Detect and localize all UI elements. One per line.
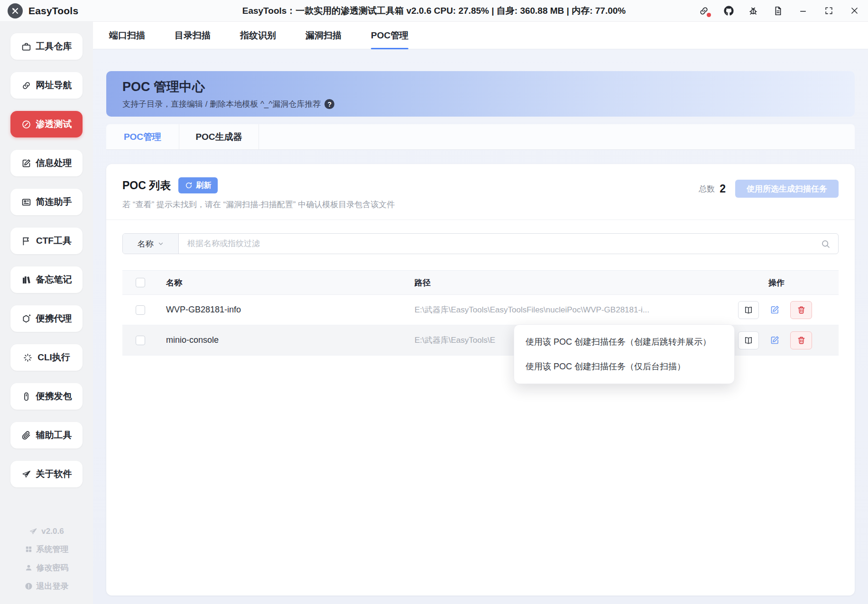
column-path: 路径: [407, 277, 738, 288]
maximize-button[interactable]: [818, 1, 840, 20]
tab-vuln-scan[interactable]: 漏洞扫描: [305, 22, 342, 49]
refresh-label: 刷新: [196, 181, 211, 191]
view-button[interactable]: [738, 331, 759, 349]
footer-link-label: 系统管理: [37, 544, 69, 555]
sidebar-item-proxy[interactable]: 便携代理: [10, 305, 83, 332]
subtab-poc-manage[interactable]: POC管理: [106, 124, 179, 149]
menu-item-background-scan[interactable]: 使用该 POC 创建扫描任务（仅后台扫描）: [514, 354, 734, 379]
flag-icon: [21, 236, 31, 246]
version-text: v2.0.6: [41, 527, 64, 536]
tab-dir-scan[interactable]: 目录扫描: [175, 22, 211, 49]
hexagon-icon: [21, 314, 31, 324]
github-icon[interactable]: [718, 1, 739, 20]
refresh-button[interactable]: 刷新: [178, 177, 218, 193]
sidebar-footer-password[interactable]: 修改密码: [25, 562, 69, 573]
sub-tab-bar: POC管理 POC生成器: [106, 124, 855, 150]
sidebar-footer: v2.0.6 系统管理 修改密码 退出登录: [0, 527, 93, 592]
sidebar-item-cli[interactable]: CLI执行: [10, 344, 83, 371]
menu-item-create-and-show[interactable]: 使用该 POC 创建扫描任务（创建后跳转并展示）: [514, 329, 734, 354]
minimize-button[interactable]: [792, 1, 814, 20]
plane-icon: [29, 527, 37, 536]
sidebar-item-toolbox[interactable]: 工具仓库: [10, 33, 83, 60]
row-actions: [738, 331, 839, 349]
app-name: EasyTools: [28, 5, 78, 17]
row-actions: [738, 301, 839, 319]
subtab-poc-generator[interactable]: POC生成器: [179, 124, 259, 149]
row-checkbox[interactable]: [136, 336, 145, 345]
table-header: 名称 路径 操作: [122, 270, 839, 295]
notes-icon: [21, 275, 31, 285]
sidebar-item-info-process[interactable]: 信息处理: [10, 150, 83, 176]
sidebar-item-connect[interactable]: 简连助手: [10, 189, 83, 215]
sidebar-item-notes[interactable]: 备忘笔记: [10, 266, 83, 293]
sidebar-footer-logout[interactable]: 退出登录: [25, 581, 69, 592]
sidebar-item-label: 备忘笔记: [36, 274, 72, 286]
sidebar-item-aux[interactable]: 辅助工具: [10, 422, 83, 448]
column-actions: 操作: [738, 277, 839, 288]
document-icon[interactable]: [767, 1, 788, 20]
tab-poc-manage[interactable]: POC管理: [371, 22, 408, 49]
card-icon: [21, 197, 31, 207]
generate-scan-task-button[interactable]: 使用所选生成扫描任务: [735, 180, 839, 198]
poc-list-card: POC 列表 刷新 若 “查看” 提示未找到，请在 “漏洞扫描-扫描配置” 中确…: [106, 164, 855, 595]
sidebar-item-about[interactable]: 关于软件: [10, 461, 83, 487]
select-all-checkbox[interactable]: [136, 278, 145, 287]
version-label: v2.0.6: [29, 527, 64, 536]
card-header-right: 总数 2 使用所选生成扫描任务: [699, 179, 839, 198]
sidebar-item-label: 渗透测试: [36, 118, 72, 130]
search-icon[interactable]: [821, 239, 831, 251]
toolbox-icon: [21, 42, 31, 52]
card-header-left: POC 列表 刷新 若 “查看” 提示未找到，请在 “漏洞扫描-扫描配置” 中确…: [122, 177, 395, 210]
footer-link-label: 修改密码: [37, 562, 69, 573]
delete-button[interactable]: [790, 301, 812, 319]
column-name: 名称: [160, 277, 407, 288]
sidebar-item-label: 便携发包: [36, 390, 72, 403]
poc-path: E:\武器库\EasyTools\EasyToolsFiles\nucleiPo…: [407, 304, 738, 315]
sidebar-item-nav[interactable]: 网址导航: [10, 72, 83, 99]
edit-button[interactable]: [768, 301, 781, 319]
sidebar-item-label: CLI执行: [37, 351, 70, 364]
sidebar-item-label: 工具仓库: [36, 40, 72, 53]
tab-fingerprint[interactable]: 指纹识别: [240, 22, 276, 49]
sidebar-item-label: 关于软件: [36, 468, 72, 480]
spinner-icon: [23, 353, 33, 363]
poc-context-menu: 使用该 POC 创建扫描任务（创建后跳转并展示） 使用该 POC 创建扫描任务（…: [514, 324, 735, 384]
bug-icon[interactable]: [743, 1, 764, 20]
filter-field-select[interactable]: 名称: [123, 234, 179, 254]
sidebar-item-ctf[interactable]: CTF工具: [10, 228, 83, 254]
view-button[interactable]: [738, 301, 759, 319]
sidebar-item-label: 便携代理: [36, 312, 72, 325]
sidebar-item-label: CTF工具: [36, 235, 72, 247]
question-circle-icon[interactable]: ?: [324, 99, 334, 109]
titlebar: EasyTools EasyTools：一款实用的渗透测试工具箱 v2.0.6 …: [0, 0, 868, 22]
poc-name: minio-console: [160, 335, 407, 345]
sidebar-item-packet[interactable]: 便携发包: [10, 383, 83, 410]
sidebar-item-pentest[interactable]: 渗透测试: [10, 111, 83, 137]
refresh-icon: [185, 182, 193, 189]
link-icon: [21, 81, 31, 91]
sidebar-footer-system[interactable]: 系统管理: [25, 544, 69, 555]
banner-subtitle-text: 支持子目录，直接编辑 / 删除本地模板 ^_^漏洞仓库推荐: [122, 99, 321, 110]
sidebar-item-label: 网址导航: [36, 79, 72, 92]
book-open-icon: [744, 336, 753, 345]
poc-name: WVP-GB28181-info: [160, 305, 407, 315]
table-row: WVP-GB28181-info E:\武器库\EasyTools\EasyTo…: [122, 295, 839, 325]
titlebar-actions: [693, 1, 868, 20]
sidebar: 工具仓库 网址导航 渗透测试 信息处理 简连助手: [0, 22, 93, 604]
row-checkbox[interactable]: [136, 305, 145, 315]
main-area: 端口扫描 目录扫描 指纹识别 漏洞扫描 POC管理 POC 管理中心 支持子目录…: [93, 22, 868, 604]
user-icon: [25, 564, 33, 572]
close-button[interactable]: [843, 1, 865, 20]
banner-title: POC 管理中心: [122, 78, 839, 95]
exclamation-circle-icon: [25, 582, 33, 590]
edit-icon: [770, 335, 780, 345]
edit-button[interactable]: [768, 331, 781, 349]
tab-port-scan[interactable]: 端口扫描: [109, 22, 145, 49]
plane-icon: [21, 469, 31, 479]
link-icon[interactable]: [693, 1, 714, 20]
filter-input[interactable]: [179, 234, 838, 254]
delete-button[interactable]: [790, 331, 812, 349]
total-label: 总数: [699, 183, 715, 194]
card-header: POC 列表 刷新 若 “查看” 提示未找到，请在 “漏洞扫描-扫描配置” 中确…: [106, 164, 855, 220]
filter-field-label: 名称: [138, 238, 154, 249]
